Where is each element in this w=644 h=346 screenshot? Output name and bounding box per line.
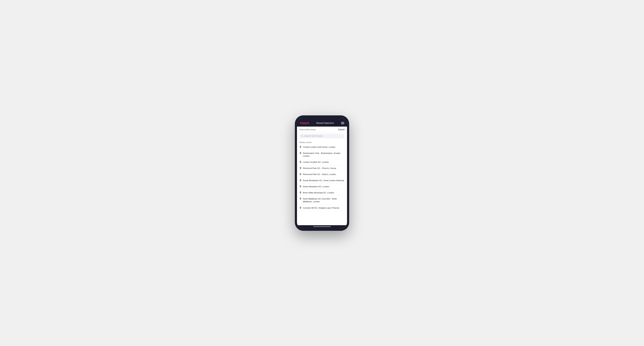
list-item[interactable]: North Middlesex GC (1011942 - North Midd… [297,196,347,205]
course-name: Brent Valley Municipal GC, London [303,191,334,194]
course-name: Roehampton Club - Roehampton, Greater Lo… [303,152,344,157]
location-pin-icon [300,161,302,163]
list-item[interactable]: Dukes Meadows GC, London [297,183,347,190]
course-name: Royal Wimbledon GC, Great London Authori… [303,179,344,182]
location-pin-icon [300,152,302,154]
location-pin-icon [300,191,302,194]
list-item[interactable]: Central London Golf Centre, London [297,144,347,150]
search-icon [301,135,303,137]
course-name: Coombe Hill GC, Kingston upon Thames [303,206,339,209]
location-pin-icon [300,167,302,170]
phone-frame: clippd Recent Searches Find a Golf Cours… [295,115,349,231]
nav-bar: clippd Recent Searches [297,120,347,127]
nearby-section-label: Nearby courses [297,140,347,144]
list-item[interactable]: London Scottish GC, London [297,159,347,165]
course-name: Richmond Park GC - Duke's, London [303,173,336,176]
search-input-wrapper: Search Golf Course [297,132,347,140]
home-bar [313,226,331,227]
menu-icon[interactable] [341,122,344,124]
nav-title: Recent Searches [316,122,334,124]
course-name: Central London Golf Centre, London [303,146,335,149]
find-label: Find a Golf Course [300,129,316,131]
course-name: Richmond Park GC - Prince's, Surrey [303,167,336,170]
phone-screen: clippd Recent Searches Find a Golf Cours… [297,118,347,229]
cancel-button[interactable]: Cancel [338,128,344,131]
list-item[interactable]: Royal Wimbledon GC, Great London Authori… [297,177,347,183]
list-item[interactable]: Richmond Park GC - Duke's, London [297,171,347,177]
location-pin-icon [300,207,302,209]
course-name: North Middlesex GC (1011942 - North Midd… [303,197,344,203]
location-pin-icon [300,173,302,175]
list-item[interactable]: Roehampton Club - Roehampton, Greater Lo… [297,150,347,159]
home-indicator [297,225,347,229]
location-pin-icon [300,179,302,182]
status-bar [297,118,347,120]
courses-container: Nearby courses Central London Golf Centr… [297,140,347,225]
list-item[interactable]: Richmond Park GC - Prince's, Surrey [297,165,347,171]
search-input-box[interactable]: Search Golf Course [300,134,344,138]
app-logo: clippd [300,121,309,125]
course-name: Dukes Meadows GC, London [303,185,329,188]
search-placeholder-text: Search Golf Course [304,135,323,137]
course-name: London Scottish GC, London [303,161,329,164]
svg-line-1 [302,136,303,137]
location-pin-icon [300,146,302,148]
location-pin-icon [300,197,302,200]
search-header: Find a Golf Course Cancel [297,127,347,132]
list-item[interactable]: Coombe Hill GC, Kingston upon Thames [297,205,347,211]
list-item[interactable]: Brent Valley Municipal GC, London [297,190,347,196]
location-pin-icon [300,185,302,188]
